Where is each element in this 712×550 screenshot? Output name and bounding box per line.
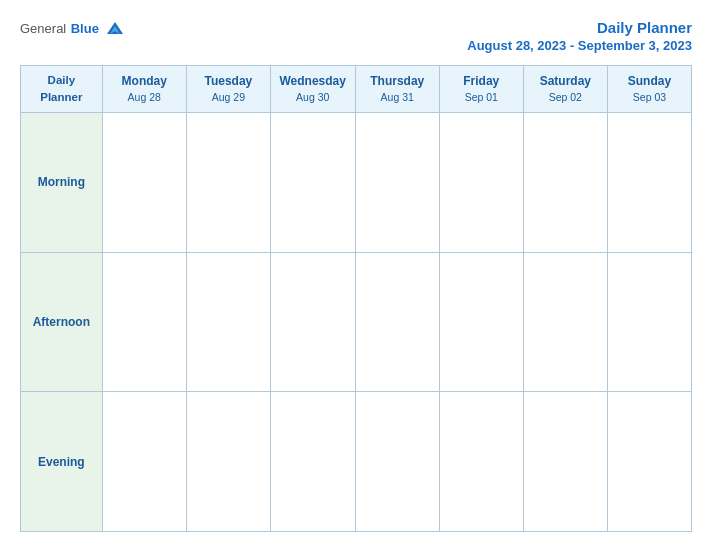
col-sunday: Sunday Sep 03 bbox=[607, 65, 691, 113]
morning-tuesday[interactable] bbox=[186, 113, 270, 253]
morning-row: Morning bbox=[21, 113, 692, 253]
morning-label: Morning bbox=[21, 113, 103, 253]
morning-saturday[interactable] bbox=[523, 113, 607, 253]
title-area: Daily Planner August 28, 2023 - Septembe… bbox=[467, 18, 692, 53]
afternoon-tuesday[interactable] bbox=[186, 252, 270, 392]
page-title: Daily Planner bbox=[467, 18, 692, 38]
evening-saturday[interactable] bbox=[523, 392, 607, 532]
evening-tuesday[interactable] bbox=[186, 392, 270, 532]
table-header-row: DailyPlanner Monday Aug 28 Tuesday Aug 2… bbox=[21, 65, 692, 113]
evening-wednesday[interactable] bbox=[270, 392, 355, 532]
evening-friday[interactable] bbox=[439, 392, 523, 532]
logo-general: General bbox=[20, 21, 66, 36]
col-saturday: Saturday Sep 02 bbox=[523, 65, 607, 113]
afternoon-sunday[interactable] bbox=[607, 252, 691, 392]
afternoon-thursday[interactable] bbox=[355, 252, 439, 392]
logo-icon bbox=[105, 18, 125, 38]
col-thursday: Thursday Aug 31 bbox=[355, 65, 439, 113]
afternoon-wednesday[interactable] bbox=[270, 252, 355, 392]
evening-thursday[interactable] bbox=[355, 392, 439, 532]
page-header: General Blue Daily Planner August 28, 20… bbox=[20, 18, 692, 53]
col-wednesday: Wednesday Aug 30 bbox=[270, 65, 355, 113]
evening-label: Evening bbox=[21, 392, 103, 532]
planner-column-header: DailyPlanner bbox=[21, 65, 103, 113]
afternoon-friday[interactable] bbox=[439, 252, 523, 392]
morning-wednesday[interactable] bbox=[270, 113, 355, 253]
morning-friday[interactable] bbox=[439, 113, 523, 253]
logo: General Blue bbox=[20, 18, 125, 38]
morning-monday[interactable] bbox=[102, 113, 186, 253]
col-friday: Friday Sep 01 bbox=[439, 65, 523, 113]
col-monday: Monday Aug 28 bbox=[102, 65, 186, 113]
planner-table: DailyPlanner Monday Aug 28 Tuesday Aug 2… bbox=[20, 65, 692, 533]
logo-blue: Blue bbox=[71, 21, 99, 36]
evening-monday[interactable] bbox=[102, 392, 186, 532]
morning-thursday[interactable] bbox=[355, 113, 439, 253]
afternoon-label: Afternoon bbox=[21, 252, 103, 392]
evening-row: Evening bbox=[21, 392, 692, 532]
afternoon-saturday[interactable] bbox=[523, 252, 607, 392]
afternoon-row: Afternoon bbox=[21, 252, 692, 392]
afternoon-monday[interactable] bbox=[102, 252, 186, 392]
col-tuesday: Tuesday Aug 29 bbox=[186, 65, 270, 113]
evening-sunday[interactable] bbox=[607, 392, 691, 532]
date-range: August 28, 2023 - September 3, 2023 bbox=[467, 38, 692, 53]
morning-sunday[interactable] bbox=[607, 113, 691, 253]
